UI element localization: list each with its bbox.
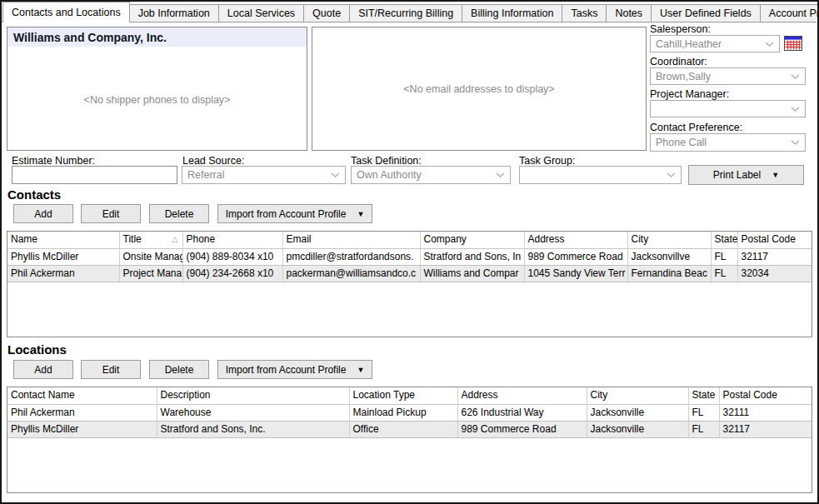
column-header-label: Postal Code bbox=[723, 389, 777, 401]
shipper-phones-panel: Williams and Company, Inc. <No shipper p… bbox=[7, 27, 307, 151]
contacts-import-button[interactable]: Import from Account Profile ▼ bbox=[217, 204, 372, 223]
contacts-add-button[interactable]: Add bbox=[13, 204, 73, 223]
task-definition-label: Task Definition: bbox=[351, 155, 422, 167]
contacts-delete-button[interactable]: Delete bbox=[149, 204, 209, 223]
column-header-city[interactable]: City bbox=[587, 387, 688, 404]
project-manager-combobox[interactable] bbox=[650, 100, 806, 117]
table-cell: Jacksonvillve bbox=[627, 248, 711, 265]
contact-preference-combobox[interactable]: Phone Call bbox=[650, 133, 806, 152]
estimate-number-input[interactable] bbox=[12, 166, 177, 184]
contact-preference-label: Contact Preference: bbox=[650, 122, 742, 133]
tab-contacts-and-locations[interactable]: Contacts and Locations bbox=[2, 2, 130, 22]
column-header-address[interactable]: Address bbox=[524, 232, 627, 248]
table-cell: Williams and Compar bbox=[420, 265, 524, 282]
table-cell: (904) 234-2668 x10 bbox=[182, 265, 282, 282]
table-cell: FL bbox=[711, 265, 737, 282]
table-row[interactable]: Phyllis McDillerStratford and Sons, Inc.… bbox=[7, 421, 812, 437]
table-cell: FL bbox=[688, 404, 719, 421]
locations-add-button[interactable]: Add bbox=[13, 360, 73, 379]
column-header-company[interactable]: Company bbox=[420, 232, 524, 248]
column-header-label: Address bbox=[462, 389, 498, 401]
locations-edit-button[interactable]: Edit bbox=[81, 360, 141, 379]
column-header-email[interactable]: Email bbox=[282, 232, 420, 248]
chevron-down-icon bbox=[765, 42, 774, 47]
locations-delete-button[interactable]: Delete bbox=[149, 360, 209, 379]
table-cell: FL bbox=[688, 421, 719, 437]
column-header-address[interactable]: Address bbox=[457, 387, 587, 404]
lead-source-label: Lead Source: bbox=[182, 155, 244, 167]
tab-account-profile[interactable]: Account Profile bbox=[760, 4, 819, 22]
table-cell: Phil Ackerman bbox=[7, 404, 157, 421]
locations-header-row: Contact NameDescriptionLocation TypeAddr… bbox=[7, 387, 812, 404]
column-header-name[interactable]: Name bbox=[7, 232, 119, 248]
table-row[interactable]: Phil AckermanProject Mana(904) 234-2668 … bbox=[7, 265, 812, 282]
lead-source-combobox[interactable]: Referral bbox=[182, 166, 346, 184]
no-shipper-phones-text: <No shipper phones to display> bbox=[7, 94, 307, 106]
column-header-label: Postal Code bbox=[742, 233, 796, 245]
table-cell: 32117 bbox=[719, 421, 812, 437]
salesperson-label: Salesperson: bbox=[650, 23, 711, 35]
tab-sit-recurring-billing[interactable]: SIT/Recurring Billing bbox=[349, 4, 462, 22]
table-cell: Warehouse bbox=[157, 404, 349, 421]
salesperson-combobox[interactable]: Cahill,Heather bbox=[650, 35, 780, 52]
application-window: Contacts and LocationsJob InformationLoc… bbox=[0, 0, 819, 504]
table-row[interactable]: Phyllis McDillerOnsite Manag(904) 889-80… bbox=[7, 248, 812, 265]
coordinator-combobox[interactable]: Brown,Sally bbox=[650, 67, 806, 85]
column-header-label: Address bbox=[528, 233, 565, 245]
table-cell: 626 Industrial Way bbox=[457, 404, 587, 421]
tab-billing-information[interactable]: Billing Information bbox=[462, 4, 562, 22]
salesperson-calendar-button[interactable] bbox=[784, 36, 802, 51]
tab-tasks[interactable]: Tasks bbox=[562, 4, 607, 22]
column-header-description[interactable]: Description bbox=[157, 387, 349, 404]
table-cell: 32034 bbox=[737, 265, 812, 282]
chevron-down-icon bbox=[667, 172, 676, 177]
column-header-location-type[interactable]: Location Type bbox=[349, 387, 457, 404]
print-label-button[interactable]: Print Label ▼ bbox=[688, 165, 804, 185]
locations-table: Contact NameDescriptionLocation TypeAddr… bbox=[7, 387, 812, 438]
column-header-label: State bbox=[715, 233, 738, 245]
email-addresses-panel: <No email addresses to display> bbox=[312, 27, 647, 151]
locations-import-button[interactable]: Import from Account Profile ▼ bbox=[217, 360, 372, 379]
column-header-postal-code[interactable]: Postal Code bbox=[737, 232, 812, 248]
table-cell: Stratford and Sons, In bbox=[420, 248, 524, 265]
table-cell: 989 Commerce Road bbox=[457, 421, 587, 437]
tab-job-information[interactable]: Job Information bbox=[129, 4, 219, 22]
column-header-state[interactable]: State bbox=[688, 387, 719, 404]
table-cell: Office bbox=[349, 421, 457, 437]
table-row[interactable]: Phil AckermanWarehouseMainload Pickup626… bbox=[7, 404, 812, 421]
table-cell: Project Mana bbox=[119, 265, 182, 282]
table-cell: pmcdiller@stratfordandsons. bbox=[282, 248, 420, 265]
column-header-label: Name bbox=[11, 233, 37, 245]
column-header-city[interactable]: City bbox=[627, 232, 711, 248]
coordinator-label: Coordinator: bbox=[650, 56, 707, 67]
tab-quote[interactable]: Quote bbox=[303, 4, 350, 22]
column-header-title[interactable]: Title△ bbox=[119, 232, 182, 248]
column-header-contact-name[interactable]: Contact Name bbox=[7, 387, 157, 404]
column-header-phone[interactable]: Phone bbox=[182, 232, 282, 248]
column-header-label: City bbox=[591, 389, 608, 401]
estimate-number-label: Estimate Number: bbox=[12, 155, 95, 167]
tab-user-defined-fields[interactable]: User Defined Fields bbox=[651, 4, 761, 22]
task-group-label: Task Group: bbox=[519, 155, 575, 167]
task-definition-combobox[interactable]: Own Authority bbox=[351, 166, 511, 184]
contacts-table: NameTitle△PhoneEmailCompanyAddressCitySt… bbox=[7, 232, 812, 282]
column-header-label: Contact Name bbox=[11, 389, 75, 401]
column-header-label: City bbox=[632, 233, 649, 245]
triangle-down-icon: ▼ bbox=[357, 366, 364, 374]
tab-notes[interactable]: Notes bbox=[606, 4, 652, 22]
column-header-state[interactable]: State bbox=[711, 232, 737, 248]
locations-section-title: Locations bbox=[7, 342, 67, 357]
column-header-label: State bbox=[692, 389, 716, 401]
chevron-down-icon bbox=[791, 107, 800, 112]
column-header-postal-code[interactable]: Postal Code bbox=[719, 387, 812, 404]
column-header-label: Company bbox=[424, 233, 467, 245]
no-email-addresses-text: <No email addresses to display> bbox=[312, 83, 646, 95]
column-header-label: Description bbox=[161, 389, 211, 401]
tab-local-services[interactable]: Local Services bbox=[218, 4, 304, 22]
table-cell: Phil Ackerman bbox=[7, 265, 119, 282]
contacts-edit-button[interactable]: Edit bbox=[81, 204, 141, 223]
task-group-combobox[interactable] bbox=[519, 166, 682, 184]
table-cell: Phyllis McDiller bbox=[7, 248, 119, 265]
table-cell: (904) 889-8034 x10 bbox=[182, 248, 282, 265]
tab-bar: Contacts and LocationsJob InformationLoc… bbox=[2, 2, 817, 22]
